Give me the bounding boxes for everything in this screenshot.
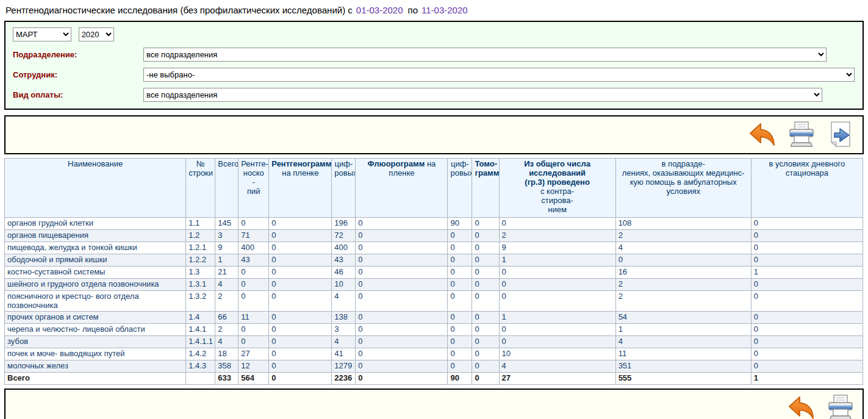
value-cell: 9 bbox=[215, 242, 239, 254]
value-cell: 0 bbox=[356, 218, 448, 230]
column-header: Флюорограмм на пленке bbox=[356, 159, 448, 218]
value-cell: 0 bbox=[448, 242, 472, 254]
total-value-cell: 0 bbox=[356, 373, 448, 385]
column-header: Рентге- носко - пий bbox=[239, 159, 269, 218]
value-cell: 0 bbox=[751, 230, 863, 242]
report-page: Рентгенодиагностические исследования (бе… bbox=[0, 0, 868, 419]
bottom-toolbar bbox=[4, 389, 864, 419]
row-name-cell: поясничного и крестцо- вого отдела позво… bbox=[5, 291, 186, 312]
report-table: Наименование№ строкиВсегоРентге- носко -… bbox=[4, 158, 863, 385]
value-cell: 0 bbox=[269, 218, 332, 230]
print-button[interactable] bbox=[787, 120, 816, 149]
value-cell: 0 bbox=[239, 291, 269, 312]
value-cell: 4 bbox=[615, 242, 751, 254]
back-icon bbox=[787, 393, 816, 419]
value-cell: 0 bbox=[269, 242, 332, 254]
value-cell: 0 bbox=[356, 324, 448, 336]
value-cell: 10 bbox=[332, 279, 356, 291]
value-cell: 0 bbox=[239, 336, 269, 348]
value-cell: 0 bbox=[448, 279, 472, 291]
table-body: органов грудной клетки1.1145001960900010… bbox=[5, 218, 863, 385]
value-cell: 0 bbox=[356, 348, 448, 360]
value-cell: 1.1 bbox=[186, 218, 215, 230]
division-select[interactable]: все подразделения bbox=[143, 48, 827, 62]
export-button[interactable] bbox=[826, 120, 855, 149]
value-cell: 0 bbox=[269, 360, 332, 373]
table-row: почек и моче- выводящих путей1.4.2182704… bbox=[5, 348, 863, 360]
month-select[interactable]: МАРТ bbox=[13, 27, 71, 41]
table-row: поясничного и крестцо- вого отдела позво… bbox=[5, 291, 863, 312]
row-name-cell: молочных желез bbox=[5, 360, 186, 373]
value-cell: 0 bbox=[751, 336, 863, 348]
total-value-cell: 1 bbox=[751, 373, 863, 385]
table-row: черепа и челюстно- лицевой области1.4.12… bbox=[5, 324, 863, 336]
value-cell: 0 bbox=[356, 312, 448, 324]
value-cell: 1.3 bbox=[186, 267, 215, 279]
date-from-link[interactable]: 01-03-2020 bbox=[356, 5, 403, 15]
value-cell: 0 bbox=[269, 267, 332, 279]
value-cell: 1.3.1 bbox=[186, 279, 215, 291]
total-value-cell: 2236 bbox=[332, 373, 356, 385]
value-cell: 54 bbox=[615, 312, 751, 324]
date-to-link[interactable]: 11-03-2020 bbox=[421, 5, 468, 15]
value-cell: 1.3.2 bbox=[186, 291, 215, 312]
value-cell: 0 bbox=[499, 218, 615, 230]
value-cell: 0 bbox=[448, 348, 472, 360]
value-cell: 11 bbox=[615, 348, 751, 360]
total-value-cell: 633 bbox=[215, 373, 239, 385]
value-cell: 1.4.1.1 bbox=[186, 336, 215, 348]
table-row: пищевода, желудка и тонкой кишки1.2.1940… bbox=[5, 242, 863, 254]
value-cell: 0 bbox=[615, 254, 751, 267]
value-cell: 43 bbox=[239, 254, 269, 267]
value-cell: 0 bbox=[269, 254, 332, 267]
value-cell: 0 bbox=[239, 324, 269, 336]
month-year-row: МАРТ 2020 bbox=[13, 27, 856, 41]
value-cell: 4 bbox=[215, 336, 239, 348]
table-row: шейного и грудного отдела позвоночника1.… bbox=[5, 279, 863, 291]
value-cell: 0 bbox=[269, 230, 332, 242]
value-cell: 4 bbox=[215, 279, 239, 291]
back-button-bottom[interactable] bbox=[787, 393, 816, 419]
value-cell: 0 bbox=[448, 230, 472, 242]
payment-type-select[interactable]: все подразделения bbox=[143, 88, 822, 102]
value-cell: 0 bbox=[751, 254, 863, 267]
print-button-bottom[interactable] bbox=[826, 393, 855, 419]
payment-type-label: Вид оплаты: bbox=[13, 90, 143, 99]
total-label-cell: Всего bbox=[5, 373, 186, 385]
value-cell: 0 bbox=[751, 291, 863, 312]
page-title: Рентгенодиагностические исследования (бе… bbox=[5, 5, 863, 15]
value-cell: 41 bbox=[332, 348, 356, 360]
value-cell: 90 bbox=[448, 218, 472, 230]
value-cell: 0 bbox=[751, 242, 863, 254]
value-cell: 4 bbox=[615, 336, 751, 348]
back-button[interactable] bbox=[748, 120, 777, 149]
employee-label: Сотрудник: bbox=[13, 70, 143, 79]
print-icon bbox=[787, 120, 816, 149]
value-cell: 0 bbox=[269, 279, 332, 291]
table-row: костно-суставной системы1.32100460000161 bbox=[5, 267, 863, 279]
total-value-cell: 564 bbox=[239, 373, 269, 385]
value-cell: 0 bbox=[472, 336, 499, 348]
value-cell: 2 bbox=[615, 279, 751, 291]
value-cell: 4 bbox=[332, 291, 356, 312]
column-header: Томо- грамм bbox=[472, 159, 499, 218]
value-cell: 0 bbox=[499, 267, 615, 279]
value-cell: 4 bbox=[332, 336, 356, 348]
total-value-cell: 90 bbox=[448, 373, 472, 385]
value-cell: 0 bbox=[239, 218, 269, 230]
value-cell: 0 bbox=[472, 267, 499, 279]
year-select[interactable]: 2020 bbox=[79, 27, 114, 41]
total-value-cell: 555 bbox=[615, 373, 751, 385]
value-cell: 0 bbox=[472, 291, 499, 312]
value-cell: 0 bbox=[751, 360, 863, 373]
value-cell: 0 bbox=[472, 242, 499, 254]
employee-select[interactable]: -не выбрано- bbox=[143, 68, 855, 82]
value-cell: 2 bbox=[615, 230, 751, 242]
column-header: № строки bbox=[186, 159, 215, 218]
value-cell: 0 bbox=[499, 279, 615, 291]
row-name-cell: пищевода, желудка и тонкой кишки bbox=[5, 242, 186, 254]
value-cell: 0 bbox=[499, 336, 615, 348]
value-cell: 72 bbox=[332, 230, 356, 242]
header-row: Наименование№ строкиВсегоРентге- носко -… bbox=[5, 159, 863, 218]
value-cell: 1 bbox=[499, 312, 615, 324]
